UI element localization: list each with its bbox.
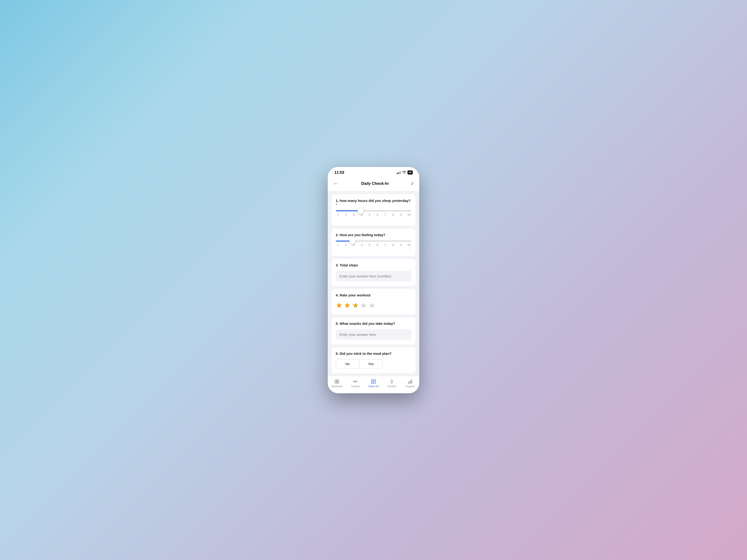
tab-nutrition-label: Nutrition xyxy=(387,385,396,388)
confirm-button[interactable]: ✓ xyxy=(410,181,415,187)
question-2-slider-container: 1 2 3 4 5 6 7 8 9 10 xyxy=(336,241,411,251)
star-2[interactable]: ★ xyxy=(344,301,351,310)
question-2-card: 2. How are you feeling today? 1 2 3 4 5 … xyxy=(332,229,415,256)
star-3[interactable]: ★ xyxy=(352,301,359,310)
status-time: 11:53 xyxy=(334,170,344,175)
question-2-slider-labels: 1 2 3 4 5 6 7 8 9 10 xyxy=(336,243,411,247)
question-1-title: 1. how many hours did you sleep yesterda… xyxy=(336,198,411,207)
phone-frame: 11:53 69 ← Daily Check-In ✓ xyxy=(328,167,419,393)
question-3-card: 3. Total steps xyxy=(332,259,415,286)
question-5-card: 5. What snacks did you take today? xyxy=(332,317,415,345)
checkins-icon xyxy=(371,379,376,384)
svg-rect-3 xyxy=(337,381,339,383)
total-steps-input[interactable] xyxy=(336,271,411,282)
tab-training-label: Training xyxy=(351,385,359,388)
no-button[interactable]: No xyxy=(336,359,359,368)
question-1-slider-thumb[interactable] xyxy=(358,208,364,214)
question-2-title: 2. How are you feeling today? xyxy=(336,233,411,237)
question-3-title: 3. Total steps xyxy=(336,263,411,267)
snacks-input[interactable] xyxy=(336,329,411,340)
star-rating: ★ ★ ★ ★ ★ xyxy=(336,301,411,310)
required-star: * xyxy=(336,203,337,207)
yesno-container: No Yes xyxy=(336,359,411,368)
progress-icon xyxy=(408,379,413,384)
battery-icon: 69 xyxy=(408,170,413,175)
tab-dashboard-label: Dashboard xyxy=(331,385,343,388)
question-2-slider-thumb[interactable] xyxy=(349,238,356,244)
tab-progress-label: Progress xyxy=(405,385,415,388)
wifi-icon xyxy=(402,171,406,175)
question-4-card: 4. Rate your workout ★ ★ ★ ★ ★ xyxy=(332,289,415,315)
tab-bar: Dashboard Training Check Ins xyxy=(328,376,419,393)
signal-icon xyxy=(397,171,401,174)
svg-rect-15 xyxy=(408,382,409,383)
question-5-title: 5. What snacks did you take today? xyxy=(336,321,411,325)
back-button[interactable]: ← xyxy=(332,180,339,188)
svg-rect-1 xyxy=(337,379,339,381)
question-1-slider-container: 1 2 3 4 5 6 7 8 9 10 xyxy=(336,210,411,221)
tab-check-ins-label: Check Ins xyxy=(368,385,379,388)
tab-check-ins[interactable]: Check Ins xyxy=(364,378,383,389)
question-6-title: 6. Did you stick to the meal plan? xyxy=(336,351,411,355)
question-1-card: 1. how many hours did you sleep yesterda… xyxy=(332,194,415,226)
question-4-title: 4. Rate your workout xyxy=(336,293,411,297)
star-4[interactable]: ★ xyxy=(360,301,367,310)
tab-dashboard[interactable]: Dashboard xyxy=(328,378,346,389)
scroll-content: 1. how many hours did you sleep yesterda… xyxy=(328,192,419,376)
star-1[interactable]: ★ xyxy=(336,301,342,310)
tab-progress[interactable]: Progress xyxy=(401,378,419,389)
star-5[interactable]: ★ xyxy=(368,301,376,310)
nav-header: ← Daily Check-In ✓ xyxy=(328,177,419,192)
page-title: Daily Check-In xyxy=(361,181,388,186)
question-2-slider-track xyxy=(336,241,411,242)
tab-training[interactable]: Training xyxy=(346,378,364,389)
training-icon xyxy=(353,379,358,384)
dashboard-icon xyxy=(334,379,339,384)
question-6-card: 6. Did you stick to the meal plan? No Ye… xyxy=(332,347,415,373)
status-icons: 69 xyxy=(397,170,413,175)
svg-rect-0 xyxy=(335,379,337,381)
tab-nutrition[interactable]: Nutrition xyxy=(383,378,401,389)
yes-button[interactable]: Yes xyxy=(359,359,383,368)
svg-rect-17 xyxy=(411,380,412,383)
question-1-slider-track xyxy=(336,210,411,211)
question-1-slider-labels: 1 2 3 4 5 6 7 8 9 10 xyxy=(336,213,411,216)
svg-rect-2 xyxy=(335,381,337,383)
question-1-slider-fill xyxy=(336,210,361,211)
status-bar: 11:53 69 xyxy=(328,167,419,177)
nutrition-icon xyxy=(389,379,394,384)
svg-rect-16 xyxy=(410,381,411,383)
